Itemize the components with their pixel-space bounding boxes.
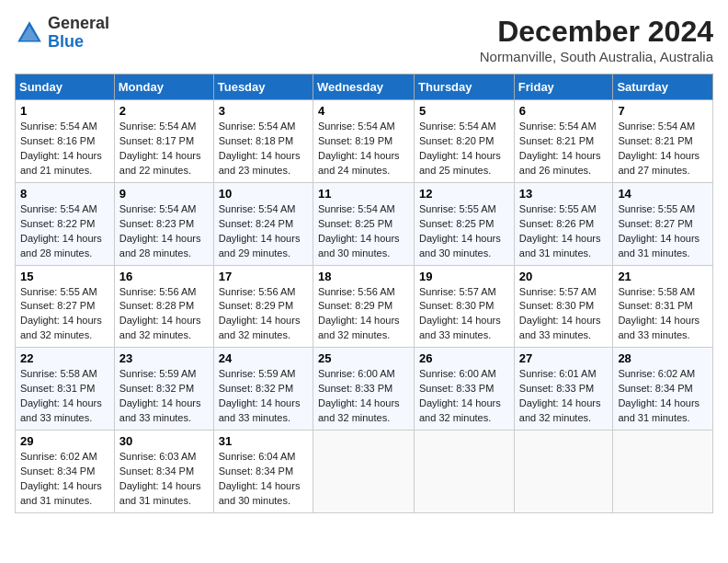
day-number: 13 [519,187,609,201]
logo-icon [15,18,44,48]
day-info: Sunrise: 6:02 AM Sunset: 8:34 PM Dayligh… [20,450,109,509]
calendar-day-cell: 11 Sunrise: 5:54 AM Sunset: 8:25 PM Dayl… [313,182,414,265]
day-info: Sunrise: 5:58 AM Sunset: 8:31 PM Dayligh… [618,285,708,344]
calendar-day-cell [313,431,414,513]
calendar-day-cell: 6 Sunrise: 5:54 AM Sunset: 8:21 PM Dayli… [514,100,613,183]
day-number: 25 [318,351,409,365]
calendar-header-row: SundayMondayTuesdayWednesdayThursdayFrid… [16,75,713,100]
calendar-day-cell: 29 Sunrise: 6:02 AM Sunset: 8:34 PM Dayl… [16,431,115,513]
calendar-day-cell: 7 Sunrise: 5:54 AM Sunset: 8:21 PM Dayli… [613,100,713,183]
calendar-day-header: Tuesday [213,75,313,100]
day-number: 14 [618,187,708,201]
day-info: Sunrise: 5:55 AM Sunset: 8:27 PM Dayligh… [618,202,708,261]
day-number: 24 [219,351,308,365]
calendar-day-cell [613,431,713,513]
day-number: 28 [618,351,708,365]
logo-text: General Blue [48,15,109,52]
calendar-day-cell: 28 Sunrise: 6:02 AM Sunset: 8:34 PM Dayl… [613,348,713,431]
day-info: Sunrise: 5:54 AM Sunset: 8:24 PM Dayligh… [219,202,308,261]
day-info: Sunrise: 5:55 AM Sunset: 8:25 PM Dayligh… [419,202,509,261]
day-number: 7 [618,104,708,118]
calendar-day-cell: 5 Sunrise: 5:54 AM Sunset: 8:20 PM Dayli… [415,100,515,183]
day-info: Sunrise: 5:54 AM Sunset: 8:22 PM Dayligh… [20,202,109,261]
calendar-day-cell: 31 Sunrise: 6:04 AM Sunset: 8:34 PM Dayl… [213,431,313,513]
logo: General Blue [15,15,109,52]
day-info: Sunrise: 5:59 AM Sunset: 8:32 PM Dayligh… [219,367,308,426]
calendar-week-row: 8 Sunrise: 5:54 AM Sunset: 8:22 PM Dayli… [16,182,713,265]
calendar-day-cell: 8 Sunrise: 5:54 AM Sunset: 8:22 PM Dayli… [16,182,115,265]
day-number: 19 [419,270,509,283]
calendar-day-cell: 10 Sunrise: 5:54 AM Sunset: 8:24 PM Dayl… [213,182,313,265]
day-info: Sunrise: 5:57 AM Sunset: 8:30 PM Dayligh… [519,285,609,344]
calendar-table: SundayMondayTuesdayWednesdayThursdayFrid… [15,74,713,513]
calendar-day-cell: 21 Sunrise: 5:58 AM Sunset: 8:31 PM Dayl… [613,265,713,348]
day-number: 6 [519,104,609,118]
calendar-day-cell: 14 Sunrise: 5:55 AM Sunset: 8:27 PM Dayl… [613,182,713,265]
day-number: 15 [20,270,109,283]
day-info: Sunrise: 5:56 AM Sunset: 8:29 PM Dayligh… [318,285,409,344]
calendar-week-row: 29 Sunrise: 6:02 AM Sunset: 8:34 PM Dayl… [16,431,713,513]
calendar-day-header: Saturday [613,75,713,100]
day-info: Sunrise: 5:54 AM Sunset: 8:21 PM Dayligh… [519,120,609,178]
day-number: 5 [419,104,509,118]
calendar-day-cell [514,431,613,513]
day-number: 21 [618,270,708,283]
day-info: Sunrise: 5:54 AM Sunset: 8:21 PM Dayligh… [618,120,708,178]
day-number: 22 [20,351,109,365]
calendar-day-cell: 1 Sunrise: 5:54 AM Sunset: 8:16 PM Dayli… [16,100,115,183]
calendar-day-header: Wednesday [313,75,414,100]
calendar-day-cell: 3 Sunrise: 5:54 AM Sunset: 8:18 PM Dayli… [213,100,313,183]
day-number: 4 [318,104,409,118]
day-info: Sunrise: 5:54 AM Sunset: 8:16 PM Dayligh… [20,120,109,178]
day-number: 29 [20,434,109,448]
calendar-day-cell: 18 Sunrise: 5:56 AM Sunset: 8:29 PM Dayl… [313,265,414,348]
day-info: Sunrise: 5:54 AM Sunset: 8:25 PM Dayligh… [318,202,409,261]
day-number: 11 [318,187,409,201]
calendar-week-row: 22 Sunrise: 5:58 AM Sunset: 8:31 PM Dayl… [16,348,713,431]
calendar-day-cell: 20 Sunrise: 5:57 AM Sunset: 8:30 PM Dayl… [514,265,613,348]
calendar-day-cell: 30 Sunrise: 6:03 AM Sunset: 8:34 PM Dayl… [114,431,213,513]
day-number: 12 [419,187,509,201]
day-number: 16 [119,270,209,283]
calendar-week-row: 15 Sunrise: 5:55 AM Sunset: 8:27 PM Dayl… [16,265,713,348]
calendar-day-header: Thursday [415,75,515,100]
day-number: 26 [419,351,509,365]
day-info: Sunrise: 6:02 AM Sunset: 8:34 PM Dayligh… [618,367,708,426]
calendar-day-cell: 25 Sunrise: 6:00 AM Sunset: 8:33 PM Dayl… [313,348,414,431]
day-info: Sunrise: 5:55 AM Sunset: 8:26 PM Dayligh… [519,202,609,261]
day-info: Sunrise: 6:04 AM Sunset: 8:34 PM Dayligh… [219,450,308,509]
calendar-day-cell: 26 Sunrise: 6:00 AM Sunset: 8:33 PM Dayl… [415,348,515,431]
calendar-day-header: Friday [514,75,613,100]
day-number: 10 [219,187,308,201]
day-info: Sunrise: 5:55 AM Sunset: 8:27 PM Dayligh… [20,285,109,344]
day-info: Sunrise: 5:59 AM Sunset: 8:32 PM Dayligh… [119,367,209,426]
page-header: General Blue December 2024 Normanville, … [15,15,713,64]
day-number: 3 [219,104,308,118]
calendar-day-header: Sunday [16,75,115,100]
calendar-week-row: 1 Sunrise: 5:54 AM Sunset: 8:16 PM Dayli… [16,100,713,183]
day-number: 20 [519,270,609,283]
calendar-day-cell: 2 Sunrise: 5:54 AM Sunset: 8:17 PM Dayli… [114,100,213,183]
day-info: Sunrise: 5:54 AM Sunset: 8:17 PM Dayligh… [119,120,209,178]
day-number: 30 [119,434,209,448]
day-number: 23 [119,351,209,365]
day-number: 9 [119,187,209,201]
day-number: 17 [219,270,308,283]
calendar-day-cell: 22 Sunrise: 5:58 AM Sunset: 8:31 PM Dayl… [16,348,115,431]
calendar-day-cell: 12 Sunrise: 5:55 AM Sunset: 8:25 PM Dayl… [415,182,515,265]
day-info: Sunrise: 6:03 AM Sunset: 8:34 PM Dayligh… [119,450,209,509]
calendar-day-cell: 4 Sunrise: 5:54 AM Sunset: 8:19 PM Dayli… [313,100,414,183]
calendar-day-cell: 16 Sunrise: 5:56 AM Sunset: 8:28 PM Dayl… [114,265,213,348]
day-number: 1 [20,104,109,118]
calendar-day-cell: 24 Sunrise: 5:59 AM Sunset: 8:32 PM Dayl… [213,348,313,431]
day-number: 27 [519,351,609,365]
title-block: December 2024 Normanville, South Austral… [480,15,713,64]
day-info: Sunrise: 5:54 AM Sunset: 8:20 PM Dayligh… [419,120,509,178]
day-info: Sunrise: 5:58 AM Sunset: 8:31 PM Dayligh… [20,367,109,426]
calendar-day-cell: 15 Sunrise: 5:55 AM Sunset: 8:27 PM Dayl… [16,265,115,348]
day-info: Sunrise: 5:54 AM Sunset: 8:18 PM Dayligh… [219,120,308,178]
calendar-day-cell [415,431,515,513]
day-number: 18 [318,270,409,283]
calendar-day-cell: 23 Sunrise: 5:59 AM Sunset: 8:32 PM Dayl… [114,348,213,431]
day-info: Sunrise: 5:54 AM Sunset: 8:19 PM Dayligh… [318,120,409,178]
